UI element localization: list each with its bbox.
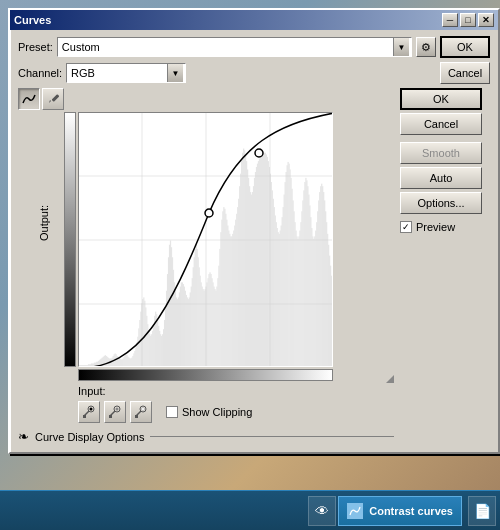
options-button[interactable]: Options... [400,192,482,214]
taskbar-eye-icon[interactable]: 👁 [308,496,336,526]
show-clipping-row: Show Clipping [166,406,252,418]
auto-button[interactable]: Auto [400,167,482,189]
dialog-title: Curves [14,14,51,26]
curve-display-row: ❧ Curve Display Options [18,427,394,444]
separator-line [150,436,394,437]
horizontal-gradient-bar [78,369,333,381]
dialog-body: Preset: Custom ▼ ⚙ OK Channel: RGB ▼ Can… [10,30,498,452]
right-panel: OK Cancel Smooth Auto Options... ✓ Previ… [400,88,490,444]
preview-label: Preview [416,221,455,233]
channel-dropdown[interactable]: RGB ▼ [66,63,186,83]
titlebar-title: Curves [14,14,51,26]
svg-rect-268 [83,415,86,418]
taskbar-active-label: Contrast curves [369,505,453,517]
left-panel: Output: [18,88,394,444]
preset-label: Preset: [18,41,53,53]
input-label-row: Input: [78,385,394,397]
svg-point-269 [90,408,93,411]
titlebar: Curves ─ □ ✕ [10,10,498,30]
svg-rect-276 [135,415,138,418]
settings-button[interactable]: ⚙ [416,37,436,57]
eyedropper-row: Show Clipping [78,401,394,423]
svg-rect-0 [52,94,59,102]
output-label: Output: [38,205,50,241]
preset-row: Preset: Custom ▼ ⚙ OK [18,36,490,58]
gray-eyedropper-button[interactable] [104,401,126,423]
taskbar-icons: 👁 Contrast curves 📄 [308,496,500,526]
cancel-button-right[interactable]: Cancel [400,113,482,135]
preview-checkmark: ✓ [402,222,410,232]
curve-wrapper: Output: [78,112,394,367]
smooth-button[interactable]: Smooth [400,142,482,164]
titlebar-controls: ─ □ ✕ [442,13,494,27]
curve-tool-button[interactable] [18,88,40,110]
taskbar-active-item[interactable]: Contrast curves [338,496,462,526]
ok-button-right[interactable]: OK [400,88,482,110]
vertical-gradient-bar [64,112,76,367]
taskbar-curve-icon [347,503,363,519]
curves-dialog: Curves ─ □ ✕ Preset: Custom ▼ ⚙ OK Chann… [8,8,500,454]
taskbar: 👁 Contrast curves 📄 [0,490,500,530]
svg-point-265 [255,149,263,157]
taskbar-doc-icon[interactable]: 📄 [468,496,496,526]
svg-point-277 [142,408,145,411]
input-label: Input: [78,385,106,397]
show-clipping-checkbox[interactable] [166,406,178,418]
cancel-button[interactable]: Cancel [440,62,490,84]
channel-value: RGB [71,67,95,79]
maximize-button[interactable]: □ [460,13,476,27]
main-area: Output: [18,88,490,444]
close-button[interactable]: ✕ [478,13,494,27]
white-eyedropper-button[interactable] [130,401,152,423]
svg-marker-1 [49,100,51,103]
preset-value: Custom [62,41,100,53]
curve-svg [79,113,333,367]
svg-rect-272 [109,415,112,418]
preset-dropdown-arrow: ▼ [393,38,409,56]
curve-tools [18,88,394,110]
corner-indicator [386,375,394,383]
curve-canvas[interactable] [78,112,333,367]
channel-dropdown-arrow: ▼ [167,64,183,82]
show-clipping-label: Show Clipping [182,406,252,418]
minimize-button[interactable]: ─ [442,13,458,27]
channel-row: Channel: RGB ▼ Cancel [18,62,490,84]
curve-display-label: Curve Display Options [35,431,144,443]
svg-point-264 [205,209,213,217]
preset-dropdown[interactable]: Custom ▼ [57,37,412,57]
channel-label: Channel: [18,67,62,79]
svg-point-273 [116,408,119,411]
preview-row: ✓ Preview [400,221,490,233]
preview-checkbox[interactable]: ✓ [400,221,412,233]
pencil-tool-button[interactable] [42,88,64,110]
black-eyedropper-button[interactable] [78,401,100,423]
ok-button[interactable]: OK [440,36,490,58]
expand-icon[interactable]: ❧ [18,429,29,444]
